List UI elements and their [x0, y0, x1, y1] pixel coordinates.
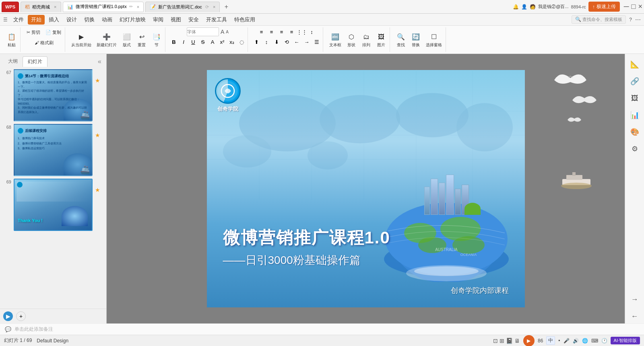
section-button[interactable]: 📑 节 — [150, 29, 163, 50]
slide-thumb-67[interactable]: 第14节：微博引流课程总结 1、微博是一个流量大、粉丝质量高的平台，推荐大家用一… — [14, 69, 93, 122]
sidebar-collapse-icon[interactable]: « — [96, 56, 103, 67]
valign-top-button[interactable]: ⬆ — [252, 37, 261, 46]
arrange-button[interactable]: 🗂 排列 — [359, 29, 373, 50]
tab-doc[interactable]: 📝 新广告法禁用词汇.doc ⟳ × — [145, 2, 220, 12]
right-btn-collapse[interactable]: ← — [627, 309, 642, 323]
play-bottom-button[interactable]: ▶ — [3, 311, 13, 321]
right-btn-6[interactable]: ⚙ — [627, 142, 642, 156]
bold-button[interactable]: B — [169, 37, 178, 46]
menu-slideshow[interactable]: 幻灯片放映 — [116, 15, 149, 25]
notification-icon[interactable]: 🔔 — [513, 4, 519, 10]
right-btn-expand[interactable]: → — [627, 292, 642, 307]
menu-animation[interactable]: 动画 — [99, 15, 116, 25]
keyboard-icon[interactable]: ⌨ — [591, 338, 598, 344]
menu-features[interactable]: 特色应用 — [231, 15, 258, 25]
column-button[interactable]: ⋮⋮ — [297, 27, 306, 36]
indent-inc-button[interactable]: → — [302, 37, 311, 46]
comment-placeholder[interactable]: 单击此处添加备注 — [14, 326, 53, 333]
from-current-button[interactable]: ▶ 从当前开始 — [69, 29, 93, 50]
tab-wps[interactable]: WPS — [2, 2, 19, 12]
slide-canvas[interactable]: 创奇学院 — [207, 70, 525, 307]
new-slide-button[interactable]: ➕ 新建幻灯片 — [95, 29, 119, 50]
view-book-icon[interactable]: 📓 — [506, 338, 513, 344]
direction-button[interactable]: ⟲ — [282, 37, 291, 46]
right-btn-3[interactable]: 🖼 — [627, 91, 642, 105]
close-button[interactable]: × — [638, 2, 642, 11]
align-center-button[interactable]: ≡ — [267, 27, 276, 36]
menu-home[interactable]: 开始 — [28, 15, 45, 25]
right-btn-5[interactable]: 🎨 — [627, 125, 642, 139]
layout-button[interactable]: ⬜ 版式 — [120, 29, 134, 50]
upload-button[interactable]: ↑ 极速上传 — [588, 2, 620, 12]
mic-icon[interactable]: 🎤 — [564, 338, 570, 344]
font-size-up-icon[interactable]: A — [221, 29, 224, 35]
add-slide-bottom-button[interactable]: + — [16, 311, 26, 321]
shape-button[interactable]: ⬡ 形状 — [345, 29, 358, 50]
close-doc-icon[interactable]: × — [213, 4, 215, 9]
justify-button[interactable]: ≡ — [287, 27, 296, 36]
italic-button[interactable]: I — [179, 37, 188, 46]
menu-design[interactable]: 设计 — [63, 15, 80, 25]
indent-dec-button[interactable]: ← — [292, 37, 301, 46]
font-name-input[interactable] — [187, 27, 219, 36]
find-button[interactable]: 🔍 查找 — [394, 29, 408, 50]
line-spacing-button[interactable]: ↕ — [308, 27, 316, 36]
tab-pptx[interactable]: 📊 微博营销推广课程1.0.pptx ✏ × — [63, 2, 144, 12]
slide-item-69[interactable]: 69 Thank You ! ★ — [2, 179, 104, 231]
picture-button[interactable]: 🖼 图片 — [374, 29, 388, 50]
close-pptx-icon[interactable]: × — [137, 4, 139, 9]
slide-thumb-69[interactable]: Thank You ! — [14, 179, 93, 231]
paste-button[interactable]: 📋 粘贴 — [5, 29, 19, 50]
cut-button[interactable]: ✂ 剪切 — [25, 27, 42, 37]
sidebar-tab-outline[interactable]: 大纲 — [3, 56, 23, 67]
font-size-down-icon[interactable]: A — [226, 30, 229, 34]
menu-transition[interactable]: 切换 — [81, 15, 98, 25]
align-right-button[interactable]: ≡ — [277, 27, 286, 36]
reset-button[interactable]: ↩ 重置 — [135, 29, 149, 50]
maximize-button[interactable]: □ — [632, 2, 636, 11]
right-btn-4[interactable]: 📊 — [627, 108, 642, 122]
slide-item-67[interactable]: 67 第14节：微博引流课程总结 1、微博是一个流量大、粉丝质量高的平台，推荐大… — [2, 69, 104, 122]
ai-button[interactable]: AI·智能排版 — [611, 337, 640, 344]
menu-view[interactable]: 视图 — [167, 15, 184, 25]
view-present-icon[interactable]: 🖥 — [514, 338, 520, 344]
search-command[interactable]: 🔍 查找命令、搜索模板 — [572, 15, 626, 24]
text-shadow-button[interactable]: A — [208, 37, 217, 46]
right-btn-2[interactable]: 🔗 — [627, 74, 642, 89]
strikethrough-button[interactable]: S — [198, 37, 207, 46]
ime-button[interactable]: 中 — [546, 336, 555, 345]
view-normal-icon[interactable]: ⊡ — [493, 338, 498, 344]
network-icon[interactable]: 🌐 — [582, 338, 588, 344]
more-icon[interactable]: ⋯ — [635, 16, 641, 23]
select-pane-button[interactable]: ☐ 选择窗格 — [424, 29, 444, 50]
replace-button[interactable]: 🔄 替换 — [409, 29, 423, 50]
copy-button[interactable]: 📄 复制 — [43, 27, 63, 37]
menu-security[interactable]: 安全 — [185, 15, 202, 25]
hamburger-icon[interactable]: ☰ — [3, 17, 8, 23]
menu-file[interactable]: 文件 — [10, 15, 27, 25]
align-left-button[interactable]: ≡ — [257, 27, 266, 36]
slide-item-68[interactable]: 68 后续课程安排 1、微博热门养号技术 2、微博付费营销推广工具使用方法 3、… — [2, 124, 104, 176]
menu-review[interactable]: 审阅 — [150, 15, 167, 25]
valign-mid-button[interactable]: ↕ — [262, 37, 271, 46]
view-grid-icon[interactable]: ⊞ — [500, 338, 504, 344]
format-painter-button[interactable]: 🖌 格式刷 — [33, 38, 56, 47]
speaker-icon[interactable]: 🔊 — [573, 338, 579, 344]
minimize-button[interactable]: ─ — [624, 2, 629, 11]
list-button[interactable]: ☰ — [312, 37, 321, 46]
superscript-button[interactable]: x² — [218, 37, 227, 46]
sidebar-tab-slides[interactable]: 幻灯片 — [23, 56, 47, 67]
help-icon[interactable]: ? — [629, 17, 632, 23]
account-icon[interactable]: 👤 — [521, 4, 527, 10]
new-tab-button[interactable]: + — [221, 2, 231, 12]
slide-thumb-68[interactable]: 后续课程安排 1、微博热门养号技术 2、微博付费营销推广工具使用方法 3、微博私… — [14, 124, 93, 176]
textbox-button[interactable]: 🔤 文本框 — [327, 29, 343, 50]
valign-bot-button[interactable]: ⬇ — [272, 37, 281, 46]
close-daom-icon[interactable]: × — [54, 4, 56, 9]
clear-format-button[interactable]: ◌ — [237, 37, 246, 46]
menu-devtools[interactable]: 开发工具 — [203, 15, 230, 25]
subscript-button[interactable]: x₂ — [227, 37, 236, 46]
right-btn-1[interactable]: 📐 — [627, 57, 642, 72]
tab-daom[interactable]: 稻 稻壳商城 × — [21, 2, 61, 12]
underline-button[interactable]: U — [189, 37, 198, 46]
